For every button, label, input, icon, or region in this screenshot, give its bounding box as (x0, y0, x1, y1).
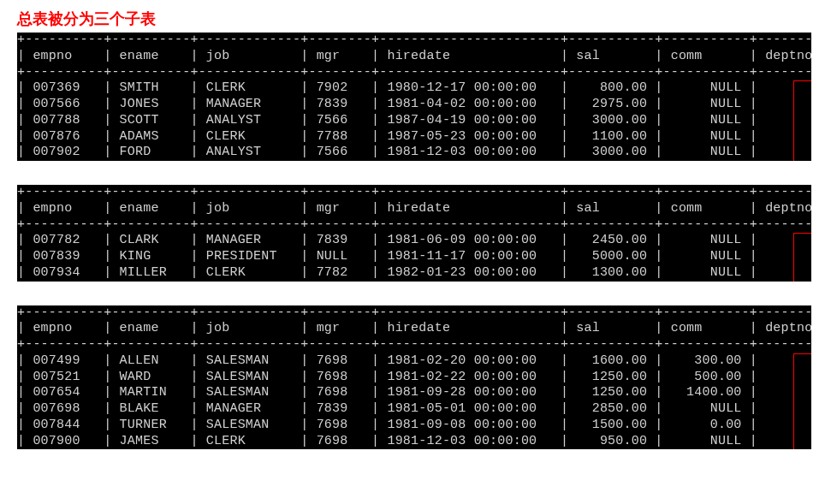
table-separator: +----------+----------+-------------+---… (17, 65, 811, 81)
table-row: | 007844 | TURNER | SALESMAN | 7698 | 19… (17, 418, 811, 434)
table-header-row: | empno | ename | job | mgr | hiredate |… (17, 201, 811, 217)
table-header-row: | empno | ename | job | mgr | hiredate |… (17, 321, 811, 337)
table-separator: +----------+----------+-------------+---… (17, 33, 811, 49)
table-row: | 007876 | ADAMS | CLERK | 7788 | 1987-0… (17, 129, 811, 145)
table-separator: +----------+----------+-------------+---… (17, 305, 811, 322)
table-separator: +----------+----------+-------------+---… (17, 217, 811, 234)
table-row: | 007839 | KING | PRESIDENT | NULL | 198… (17, 249, 811, 265)
table-row: | 007900 | JAMES | CLERK | 7698 | 1981-1… (17, 434, 811, 450)
table-row: | 007369 | SMITH | CLERK | 7902 | 1980-1… (17, 80, 811, 97)
sql-result-table-2: +----------+----------+-------------+---… (17, 305, 811, 450)
caption-text: 总表被分为三个子表 (17, 9, 808, 29)
table-row: | 007902 | FORD | ANALYST | 7566 | 1981-… (17, 145, 811, 161)
table-row: | 007934 | MILLER | CLERK | 7782 | 1982-… (17, 265, 811, 282)
table-row: | 007654 | MARTIN | SALESMAN | 7698 | 19… (17, 385, 811, 401)
table-separator: +----------+----------+-------------+---… (17, 337, 811, 353)
table-row: | 007788 | SCOTT | ANALYST | 7566 | 1987… (17, 113, 811, 129)
table-row: | 007566 | JONES | MANAGER | 7839 | 1981… (17, 97, 811, 113)
sql-result-table-1: +----------+----------+-------------+---… (17, 185, 811, 282)
table-separator: +----------+----------+-------------+---… (17, 185, 811, 201)
table-row: | 007782 | CLARK | MANAGER | 7839 | 1981… (17, 233, 811, 249)
table-row: | 007499 | ALLEN | SALESMAN | 7698 | 198… (17, 353, 811, 370)
sql-result-table-0: +----------+----------+-------------+---… (17, 33, 811, 161)
table-header-row: | empno | ename | job | mgr | hiredate |… (17, 49, 811, 65)
table-row: | 007698 | BLAKE | MANAGER | 7839 | 1981… (17, 401, 811, 418)
table-row: | 007521 | WARD | SALESMAN | 7698 | 1981… (17, 370, 811, 386)
